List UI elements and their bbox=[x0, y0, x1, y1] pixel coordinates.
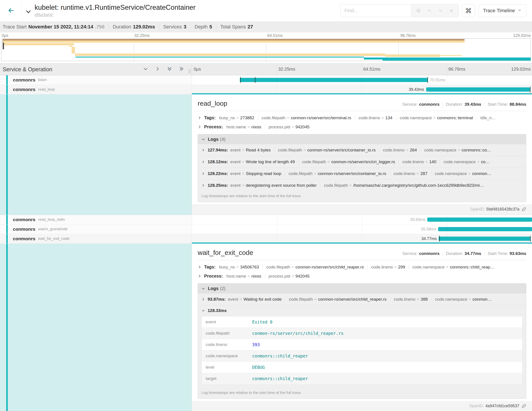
span-duration-label: 70.91ms bbox=[428, 78, 447, 82]
span-detail-meta: Service:conmonrs Duration:34.77ms Start … bbox=[402, 251, 526, 256]
kv-chip: idle_n… bbox=[476, 116, 499, 120]
copy-link-icon[interactable] bbox=[522, 404, 526, 408]
span-detail-row-wait-for-exit-code: wait_for_exit_code Service:conmonrs Dura… bbox=[0, 244, 532, 411]
kv-chip: code.namespace=conmon… bbox=[431, 171, 495, 176]
log-entry[interactable]: 128.12ms: event=Wrote log line of length… bbox=[198, 156, 526, 168]
expand-one-icon[interactable] bbox=[155, 66, 160, 72]
kv-chip: code.filepath=conmon-rs/server/src/cri_l… bbox=[298, 159, 399, 164]
minimap-span-bar bbox=[76, 57, 364, 58]
table-row: code.namespaceconmonrs::child_reaper bbox=[202, 350, 522, 362]
keyboard-shortcuts-button[interactable]: ⌘ bbox=[462, 4, 475, 17]
kv-chip: code.filepath=conmon-rs/server/src/child… bbox=[285, 297, 390, 302]
span-timeline-cell[interactable]: 39.69ms bbox=[192, 215, 532, 225]
chevron-down-icon[interactable] bbox=[25, 9, 31, 16]
span-duration-label: 35.58ms bbox=[419, 227, 438, 232]
table-row: levelDEBUG bbox=[202, 362, 522, 373]
next-match-icon[interactable] bbox=[438, 8, 443, 13]
log-fields-table: eventExited 0 code.filepathconmon-rs/ser… bbox=[201, 316, 522, 384]
log-entry[interactable]: 127.94ms: event=Read 4 bytescode.filepat… bbox=[198, 144, 526, 156]
copy-link-icon[interactable] bbox=[522, 207, 526, 212]
header-controls: ⌘ Trace Timeline bbox=[340, 4, 526, 17]
kv-chip: process.pid=942045 bbox=[265, 125, 313, 129]
expand-all-icon[interactable] bbox=[179, 66, 184, 72]
chevron-right-icon bbox=[201, 184, 205, 187]
span-name-cell[interactable]: conmonrs wait_for_exit_code bbox=[0, 234, 192, 244]
span-color-indicator bbox=[6, 94, 8, 215]
column-resize-grip[interactable] bbox=[189, 69, 190, 73]
kv-chip: event=deregistering event source from po… bbox=[230, 183, 320, 188]
span-timeline-cell[interactable]: 34.77ms bbox=[192, 234, 532, 244]
log-marker-tick bbox=[439, 236, 440, 242]
span-duration-bar[interactable] bbox=[427, 218, 532, 222]
span-service: conmonrs bbox=[13, 226, 36, 232]
detail-left-gutter bbox=[0, 94, 192, 215]
tags-accordion[interactable]: Tags: busy_ns=34506763code.filepath=conm… bbox=[198, 263, 526, 272]
back-button[interactable] bbox=[0, 0, 22, 21]
spanid-row: SpanID: 5faf48165428c37a bbox=[192, 204, 532, 215]
span-duration-bar[interactable] bbox=[426, 88, 530, 92]
span-name-cell[interactable]: conmonrs read_loop_stdin bbox=[0, 215, 192, 225]
log-marker-tick bbox=[530, 87, 531, 93]
span-name-cell[interactable]: conmonrs listen bbox=[0, 75, 192, 85]
chevron-right-icon bbox=[201, 148, 205, 152]
logs-accordion[interactable]: Logs (4) bbox=[198, 134, 526, 144]
span-row-wait-for-exit-code[interactable]: conmonrs wait_for_exit_code 34.77ms bbox=[0, 234, 532, 244]
process-accordion[interactable]: Process: host.name=nixosprocess.pid=9420… bbox=[198, 122, 526, 131]
minimap-span-bar bbox=[75, 54, 385, 56]
log-entry[interactable]: 93.87ms: event=Waiting for exit codecode… bbox=[198, 294, 526, 305]
tags-accordion[interactable]: Tags: busy_ns=273882code.filepath=conmon… bbox=[198, 113, 526, 122]
chevron-down-icon bbox=[201, 287, 205, 290]
trace-minimap[interactable] bbox=[1, 39, 531, 61]
span-name-cell[interactable]: conmonrs watch_grandchild bbox=[0, 225, 192, 234]
span-timeline-cell[interactable]: 70.91ms bbox=[192, 75, 532, 85]
kv-chip: code.lineno=264 bbox=[379, 148, 420, 153]
span-row-watch-grandchild[interactable]: conmonrs watch_grandchild 35.58ms bbox=[0, 225, 532, 234]
span-row-listen[interactable]: conmonrs listen 70.91ms bbox=[0, 75, 532, 85]
span-duration-bar[interactable] bbox=[438, 227, 532, 231]
process-accordion[interactable]: Process: host.name=nixosprocess.pid=9420… bbox=[198, 272, 526, 281]
prev-match-icon[interactable] bbox=[427, 8, 432, 13]
kv-chip: code.lineno=287 bbox=[390, 171, 431, 176]
span-row-read-loop-stdin[interactable]: conmonrs read_loop_stdin 39.69ms bbox=[0, 215, 532, 225]
logs-note: Log timestamps are relative to the start… bbox=[198, 388, 526, 399]
find-buttons bbox=[411, 4, 458, 17]
kv-chip: code.filepath=conmon-rs/server/src/child… bbox=[262, 265, 367, 270]
service-operation-header: Service & Operation bbox=[0, 64, 192, 75]
kv-chip: event=Read 4 bytes bbox=[230, 148, 274, 153]
log-entry-toggle[interactable]: 128.33ms bbox=[201, 308, 522, 313]
log-entry[interactable]: 128.22ms: event=Stopping read loopcode.f… bbox=[198, 168, 526, 179]
kv-chip: code.filepath=conmon-rs/server/src/conta… bbox=[274, 148, 379, 153]
span-color-indicator bbox=[6, 85, 8, 94]
span-color-indicator bbox=[6, 215, 8, 224]
logs-accordion[interactable]: Logs (2) bbox=[198, 284, 526, 294]
summary-item: Services3 bbox=[163, 24, 186, 30]
kv-chip: code.namespace=co… bbox=[440, 159, 493, 164]
span-timeline-cell[interactable]: 39.43ms bbox=[192, 85, 532, 94]
span-duration-bar[interactable] bbox=[240, 78, 428, 82]
kv-chip: code.filepath=conmon-rs/server/src/termi… bbox=[258, 116, 355, 120]
view-selector-button[interactable]: Trace Timeline bbox=[479, 4, 526, 17]
collapse-one-icon[interactable] bbox=[143, 66, 148, 72]
span-timeline-cell[interactable]: 35.58ms bbox=[192, 225, 532, 234]
collapse-all-icon[interactable] bbox=[167, 66, 172, 72]
span-operation: watch_grandchild bbox=[38, 227, 67, 231]
log-entry[interactable]: 128.25ms: event=deregistering event sour… bbox=[198, 179, 526, 191]
clear-find-icon[interactable] bbox=[449, 8, 454, 13]
summary-item: Total Spans27 bbox=[220, 24, 253, 30]
trace-title-block: kubelet: runtime.v1.RuntimeService/Creat… bbox=[25, 3, 340, 18]
log-entry-expanded: 128.33ms eventExited 0 code.filepathconm… bbox=[198, 305, 526, 388]
span-row-read-loop[interactable]: conmonrs read_loop 39.43ms bbox=[0, 85, 532, 94]
table-row: targetconmonrs::child_reaper bbox=[202, 373, 522, 384]
kv-chip: code.namespace=conmonrs::co… bbox=[420, 148, 495, 153]
table-row: eventExited 0 bbox=[202, 316, 522, 328]
span-name-cell[interactable]: conmonrs read_loop bbox=[0, 85, 192, 94]
chevron-right-icon bbox=[198, 125, 201, 129]
span-operation: listen bbox=[38, 78, 47, 82]
find-input[interactable] bbox=[341, 4, 411, 17]
span-service: conmonrs bbox=[13, 77, 36, 83]
span-duration-bar[interactable] bbox=[439, 237, 530, 241]
logs-section: Logs (2) 93.87ms: event=Waiting for exit… bbox=[198, 283, 526, 399]
minimap-span-bar bbox=[440, 55, 462, 56]
page-title: kubelet: runtime.v1.RuntimeService/Creat… bbox=[35, 3, 195, 11]
focus-match-icon[interactable] bbox=[416, 8, 421, 13]
